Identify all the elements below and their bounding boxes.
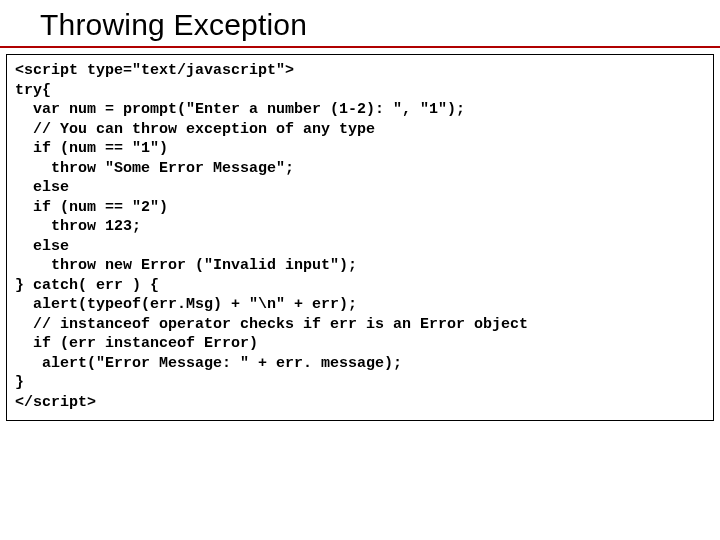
code-block: <script type="text/javascript"> try{ var… xyxy=(6,54,714,421)
slide-title: Throwing Exception xyxy=(0,0,720,46)
title-underline xyxy=(0,46,720,48)
slide: Throwing Exception <script type="text/ja… xyxy=(0,0,720,540)
